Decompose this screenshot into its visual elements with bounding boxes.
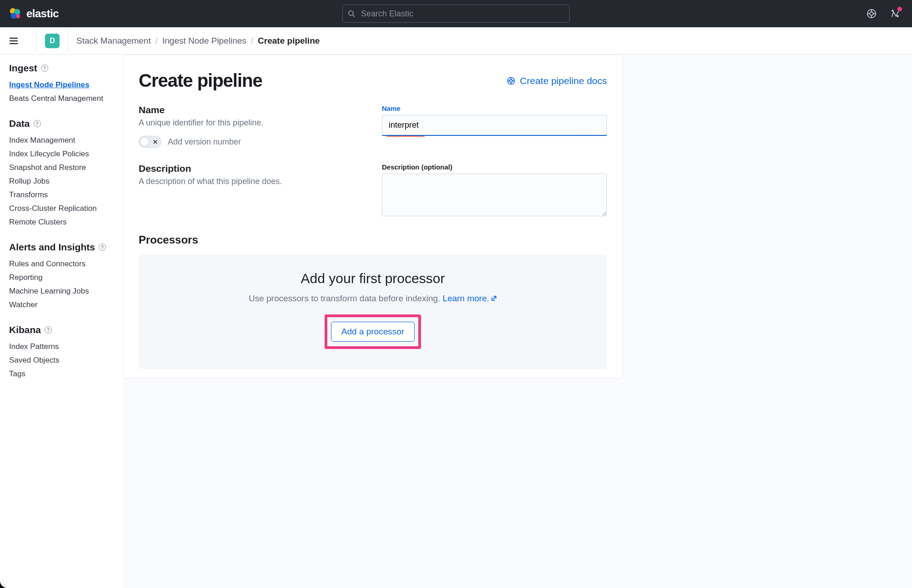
sidebar-item-index-patterns[interactable]: Index Patterns xyxy=(9,340,114,354)
sidebar-item-reporting[interactable]: Reporting xyxy=(9,271,114,284)
header-actions xyxy=(867,9,904,19)
description-help: A description of what this pipeline does… xyxy=(139,177,364,186)
description-field-label: Description (optional) xyxy=(382,163,607,171)
lifebelt-icon xyxy=(506,76,516,85)
toggle-off-icon: ✕ xyxy=(153,139,158,145)
sidebar-item-ingest-pipelines[interactable]: Ingest Node Pipelines xyxy=(9,78,114,92)
sidebar-section-heading: Alerts and Insights ? xyxy=(9,242,114,253)
svg-point-2 xyxy=(11,13,17,19)
svg-line-5 xyxy=(353,15,355,17)
help-tip-icon[interactable]: ? xyxy=(41,65,48,72)
sidebar-item-ml-jobs[interactable]: Machine Learning Jobs xyxy=(9,284,114,298)
svg-point-3 xyxy=(16,14,20,18)
breadcrumb: Stack Management / Ingest Node Pipelines… xyxy=(76,36,320,46)
sidebar-item-saved-objects[interactable]: Saved Objects xyxy=(9,354,114,367)
empty-subtitle: Use processors to transform data before … xyxy=(148,294,598,304)
search-input[interactable] xyxy=(342,5,570,23)
sidebar-item-remote-clusters[interactable]: Remote Clusters xyxy=(9,215,114,229)
sidebar-item-beats[interactable]: Beats Central Management xyxy=(9,92,114,105)
description-heading: Description xyxy=(139,163,364,174)
version-toggle[interactable]: ✕ xyxy=(139,136,161,148)
sidebar: Ingest ? Ingest Node Pipelines Beats Cen… xyxy=(0,55,123,588)
menu-toggle-icon[interactable] xyxy=(8,35,19,46)
breadcrumb-current: Create pipeline xyxy=(258,36,320,46)
sidebar-section-heading: Kibana ? xyxy=(9,324,114,335)
nav-bar: D Stack Management / Ingest Node Pipelin… xyxy=(0,27,912,55)
divider xyxy=(68,31,68,51)
brand-name: elastic xyxy=(26,7,59,20)
empty-title: Add your first processor xyxy=(148,271,598,286)
docs-link-label: Create pipeline docs xyxy=(520,75,607,86)
name-field-label: Name xyxy=(382,105,607,112)
sidebar-item-transforms[interactable]: Transforms xyxy=(9,188,114,202)
help-tip-icon[interactable]: ? xyxy=(45,326,52,334)
page-title: Create pipeline xyxy=(139,70,262,91)
toggle-knob-icon xyxy=(140,137,149,146)
sidebar-item-rules[interactable]: Rules and Connectors xyxy=(9,257,114,271)
main-content: Create pipeline Create pipeline docs N xyxy=(123,55,912,588)
sidebar-section-heading: Ingest ? xyxy=(9,63,114,74)
add-processor-button[interactable]: Add a processor xyxy=(331,322,415,342)
search-icon xyxy=(348,10,355,17)
description-input[interactable] xyxy=(382,174,607,216)
global-search xyxy=(342,5,570,23)
sidebar-item-watcher[interactable]: Watcher xyxy=(9,298,114,312)
brand[interactable]: elastic xyxy=(8,7,59,20)
sidebar-section-heading: Data ? xyxy=(9,118,114,129)
docs-link[interactable]: Create pipeline docs xyxy=(506,75,607,86)
processors-empty-state: Add your first processor Use processors … xyxy=(139,254,607,369)
version-toggle-label: Add version number xyxy=(168,137,241,147)
name-help: A unique identifier for this pipeline. xyxy=(139,118,364,128)
breadcrumb-link[interactable]: Stack Management xyxy=(76,36,151,46)
help-tip-icon[interactable]: ? xyxy=(99,244,106,251)
help-icon[interactable] xyxy=(867,9,877,19)
external-link-icon xyxy=(491,294,497,299)
breadcrumb-separator: / xyxy=(155,36,158,46)
svg-point-7 xyxy=(870,12,873,15)
processors-heading: Processors xyxy=(139,234,607,246)
newsfeed-icon[interactable] xyxy=(890,9,900,19)
breadcrumb-separator: / xyxy=(251,36,253,46)
svg-point-4 xyxy=(349,11,353,15)
svg-point-18 xyxy=(510,80,512,82)
svg-point-13 xyxy=(897,15,898,17)
sidebar-item-rollup[interactable]: Rollup Jobs xyxy=(9,174,114,188)
learn-more-link[interactable]: Learn more. xyxy=(443,294,497,303)
space-selector[interactable]: D xyxy=(45,34,60,48)
name-heading: Name xyxy=(139,105,364,115)
sidebar-item-index-management[interactable]: Index Management xyxy=(9,134,114,147)
notification-dot-icon xyxy=(897,7,902,11)
divider xyxy=(36,31,37,51)
sidebar-item-ilm[interactable]: Index Lifecycle Policies xyxy=(9,147,114,161)
name-input[interactable] xyxy=(382,115,607,136)
annotation-highlight: Add a processor xyxy=(325,314,421,349)
help-tip-icon[interactable]: ? xyxy=(34,120,41,127)
global-header: elastic xyxy=(0,0,912,27)
sidebar-item-tags[interactable]: Tags xyxy=(9,367,114,381)
elastic-logo-icon xyxy=(8,7,22,20)
breadcrumb-link[interactable]: Ingest Node Pipelines xyxy=(162,36,246,46)
sidebar-item-snapshot-restore[interactable]: Snapshot and Restore xyxy=(9,161,114,174)
sidebar-item-ccr[interactable]: Cross-Cluster Replication xyxy=(9,202,114,215)
svg-point-12 xyxy=(892,10,893,11)
